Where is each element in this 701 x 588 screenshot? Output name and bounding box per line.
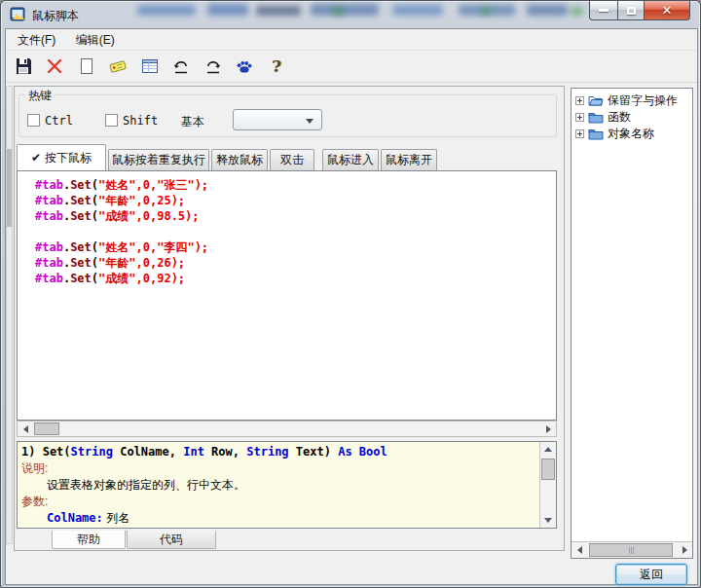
close-button[interactable]: ✕ bbox=[644, 1, 690, 20]
check-icon: ✔ bbox=[31, 151, 41, 165]
redo-icon bbox=[203, 56, 223, 76]
shift-checkbox-label[interactable]: Shift bbox=[123, 114, 158, 128]
chevron-down-icon bbox=[306, 119, 314, 124]
delete-x-icon bbox=[45, 56, 64, 76]
tab-label: 鼠标离开 bbox=[386, 153, 432, 166]
tree-item-label: 保留字与操作 bbox=[608, 92, 678, 109]
question-mark-icon: ?? bbox=[267, 56, 286, 76]
open-folder-icon bbox=[588, 94, 604, 107]
scroll-left-icon[interactable] bbox=[572, 542, 587, 557]
minimize-icon bbox=[599, 9, 609, 12]
undo-icon bbox=[171, 56, 191, 76]
help-content: 1) Set(String ColName, Int Row, String T… bbox=[21, 444, 536, 526]
new-script-button[interactable] bbox=[75, 55, 98, 78]
script-pane: 热键 Ctrl Shift 基本 ✔按下鼠标鼠标按着重复执行释放鼠标双击鼠标进入… bbox=[14, 86, 565, 551]
undo-button[interactable] bbox=[169, 55, 193, 78]
help-vertical-scrollbar[interactable] bbox=[539, 442, 556, 528]
redo-button[interactable] bbox=[202, 55, 225, 78]
help-tab-2[interactable]: 代码 bbox=[127, 531, 216, 549]
save-button[interactable] bbox=[12, 55, 35, 78]
closed-folder-icon bbox=[588, 128, 604, 140]
help-line: 1) Set(String ColName, Int Row, String T… bbox=[21, 444, 536, 460]
tree-item-3[interactable]: 对象名称 bbox=[572, 126, 692, 142]
paw-icon bbox=[235, 56, 254, 76]
closed-folder-icon bbox=[588, 111, 604, 124]
help-scrollbar-thumb[interactable] bbox=[541, 459, 555, 480]
basic-mode-label: 基本 bbox=[181, 114, 204, 130]
app-icon bbox=[10, 7, 25, 22]
minimize-button[interactable] bbox=[589, 1, 617, 20]
scroll-right-icon[interactable] bbox=[677, 542, 692, 557]
left-scrollbar-thumb[interactable] bbox=[7, 149, 12, 227]
ctrl-checkbox-label[interactable]: Ctrl bbox=[45, 114, 73, 128]
reference-tree-panel: 保留字与操作函数对象名称 bbox=[571, 88, 693, 559]
code-line: #tab.Set("成绩",0,98.5); bbox=[35, 208, 556, 224]
code-line: #tab.Set("姓名",0,"李四"); bbox=[35, 239, 556, 255]
code-line: #tab.Set("年龄",0,26); bbox=[35, 255, 556, 271]
title-bar[interactable]: 鼠标脚本 ✕ bbox=[1, 1, 700, 28]
tab-label: 按下鼠标 bbox=[45, 151, 92, 165]
blank-page-icon bbox=[77, 56, 96, 76]
tab-5[interactable]: 鼠标进入 bbox=[322, 149, 379, 170]
tag-icon bbox=[108, 56, 128, 76]
glass-blur-decoration bbox=[571, 7, 583, 16]
code-line: #tab.Set("姓名",0,"张三"); bbox=[35, 177, 556, 193]
help-tab-1[interactable]: 帮助 bbox=[52, 531, 126, 549]
tree-item-1[interactable]: 保留字与操作 bbox=[572, 92, 692, 109]
menu-file[interactable]: 文件(F) bbox=[10, 29, 63, 52]
menu-bar: 文件(F) 编辑(E) bbox=[6, 29, 697, 51]
comment-tag-button[interactable] bbox=[106, 55, 129, 78]
tree-item-2[interactable]: 函数 bbox=[572, 109, 692, 126]
paw-button[interactable] bbox=[233, 55, 256, 78]
help-panel: 1) Set(String ColName, Int Row, String T… bbox=[17, 441, 557, 529]
tab-2[interactable]: 鼠标按着重复执行 bbox=[108, 149, 209, 170]
tree-item-label: 对象名称 bbox=[608, 126, 654, 142]
form-table-button[interactable] bbox=[138, 55, 162, 78]
glass-blur-decoration bbox=[332, 7, 345, 16]
return-button[interactable]: 返回 bbox=[615, 564, 687, 585]
shift-checkbox[interactable] bbox=[105, 114, 118, 127]
expand-plus-icon[interactable] bbox=[575, 129, 584, 138]
mouse-script-window: 鼠标脚本 ✕ 文件(F) 编辑(E) ?? bbox=[0, 0, 701, 588]
scroll-up-icon[interactable] bbox=[540, 442, 556, 457]
scroll-right-icon[interactable] bbox=[540, 422, 556, 436]
code-line: #tab.Set("成绩",0,92); bbox=[35, 271, 556, 286]
tree-horizontal-scrollbar[interactable] bbox=[572, 541, 692, 558]
tree-item-label: 函数 bbox=[608, 109, 631, 126]
ctrl-checkbox[interactable] bbox=[27, 114, 40, 127]
hotkey-dropdown[interactable] bbox=[233, 109, 322, 130]
glass-blur-decoration bbox=[207, 4, 248, 16]
help-line: 设置表格对象的指定的列、行中文本。 bbox=[21, 477, 536, 494]
expand-plus-icon[interactable] bbox=[575, 96, 584, 105]
tab-6[interactable]: 鼠标离开 bbox=[381, 149, 437, 170]
menu-edit[interactable]: 编辑(E) bbox=[68, 29, 123, 52]
maximize-button[interactable] bbox=[617, 1, 644, 20]
left-vertical-scrollbar[interactable] bbox=[6, 86, 13, 544]
table-icon bbox=[140, 56, 160, 76]
tab-label: 双击 bbox=[280, 153, 304, 166]
delete-button[interactable] bbox=[43, 55, 66, 78]
glass-blur-decoration bbox=[311, 4, 379, 16]
toolbar: ?? bbox=[6, 51, 697, 83]
editor-scrollbar-thumb[interactable] bbox=[34, 423, 59, 435]
svg-text:?: ? bbox=[272, 56, 281, 76]
help-tab-strip: 帮助代码 bbox=[17, 530, 217, 549]
scroll-down-icon[interactable] bbox=[540, 513, 556, 528]
tab-4[interactable]: 双击 bbox=[270, 149, 314, 170]
tree-items: 保留字与操作函数对象名称 bbox=[572, 89, 692, 142]
editor-horizontal-scrollbar[interactable] bbox=[17, 421, 557, 437]
scroll-left-icon[interactable] bbox=[18, 422, 33, 436]
client-area: 文件(F) 编辑(E) ?? 热键 Ctrl Shif bbox=[5, 28, 698, 585]
expand-plus-icon[interactable] bbox=[575, 113, 584, 122]
tab-1[interactable]: ✔按下鼠标 bbox=[17, 144, 106, 170]
glass-blur-decoration bbox=[137, 5, 196, 16]
tree-scrollbar-thumb[interactable] bbox=[589, 543, 673, 557]
tab-label: 释放鼠标 bbox=[216, 153, 263, 166]
hotkey-group-label: 热键 bbox=[25, 88, 55, 104]
help-button[interactable]: ?? bbox=[265, 55, 288, 78]
code-editor[interactable]: #tab.Set("姓名",0,"张三");#tab.Set("年龄",0,25… bbox=[17, 170, 557, 421]
tab-3[interactable]: 释放鼠标 bbox=[211, 149, 268, 170]
glass-blur-decoration bbox=[392, 5, 443, 16]
help-line: 参数: bbox=[21, 494, 536, 510]
event-tab-strip: ✔按下鼠标鼠标按着重复执行释放鼠标双击鼠标进入鼠标离开 bbox=[17, 144, 562, 170]
